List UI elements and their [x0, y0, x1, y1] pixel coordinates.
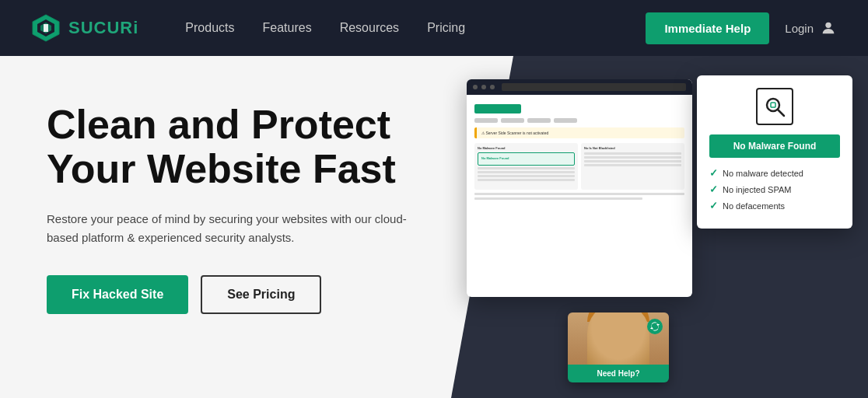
check-icon-3: ✓ [709, 200, 718, 211]
no-malware-badge: No Malware Found [709, 134, 840, 158]
navbar: SUCURi Products Features Resources Prici… [0, 0, 868, 56]
no-malware-panel: No Malware Found ✓ No malware detected ✓… [697, 75, 852, 229]
mockup-alert: ⚠ Server Side Scanner is not activated [474, 127, 684, 138]
nav-right: Immediate Help Login [646, 12, 837, 44]
mockup-header [467, 79, 692, 95]
logo-text: SUCURi [68, 18, 138, 38]
chat-bubble[interactable]: Need Help? [568, 312, 669, 382]
need-help-label: Need Help? [568, 365, 669, 382]
logo[interactable]: SUCURi [31, 13, 138, 43]
check-icon-1: ✓ [709, 167, 718, 179]
hero-left: Clean and Protect Your Website Fast Rest… [0, 56, 451, 398]
fix-hacked-site-button[interactable]: Fix Hacked Site [47, 275, 188, 314]
search-shield-icon [756, 88, 793, 125]
svg-rect-7 [771, 103, 775, 107]
svg-rect-3 [44, 24, 48, 32]
nav-resources[interactable]: Resources [340, 21, 399, 35]
face-shape [587, 312, 649, 365]
sucuri-logo-icon [31, 13, 61, 43]
login-label: Login [785, 22, 814, 35]
nav-links: Products Features Resources Pricing [185, 21, 614, 35]
check-malware: ✓ No malware detected [709, 167, 840, 179]
hero-title: Clean and Protect Your Website Fast [47, 103, 412, 191]
dashboard-mockup: ⚠ Server Side Scanner is not activated N… [467, 79, 692, 297]
hero-right: ⚠ Server Side Scanner is not activated N… [451, 56, 868, 398]
check-spam: ✓ No injected SPAM [709, 183, 840, 195]
mockup-body: ⚠ Server Side Scanner is not activated N… [474, 101, 684, 204]
check-defacements: ✓ No defacements [709, 200, 840, 211]
nav-pricing[interactable]: Pricing [427, 21, 465, 35]
refresh-icon [647, 319, 663, 334]
chat-face [568, 312, 669, 365]
svg-point-4 [825, 23, 831, 28]
svg-line-6 [778, 110, 784, 116]
magnify-icon [764, 96, 786, 117]
nav-products[interactable]: Products [185, 21, 234, 35]
check-icon-2: ✓ [709, 183, 718, 195]
user-icon [820, 19, 837, 37]
nav-features[interactable]: Features [263, 21, 312, 35]
login-area[interactable]: Login [785, 19, 837, 37]
see-pricing-button[interactable]: See Pricing [201, 275, 321, 314]
hero-section: Clean and Protect Your Website Fast Rest… [0, 56, 868, 398]
hero-subtitle: Restore your peace of mind by securing y… [47, 210, 412, 247]
immediate-help-button[interactable]: Immediate Help [646, 12, 769, 44]
refresh-svg [650, 322, 660, 331]
hero-buttons: Fix Hacked Site See Pricing [47, 275, 412, 314]
